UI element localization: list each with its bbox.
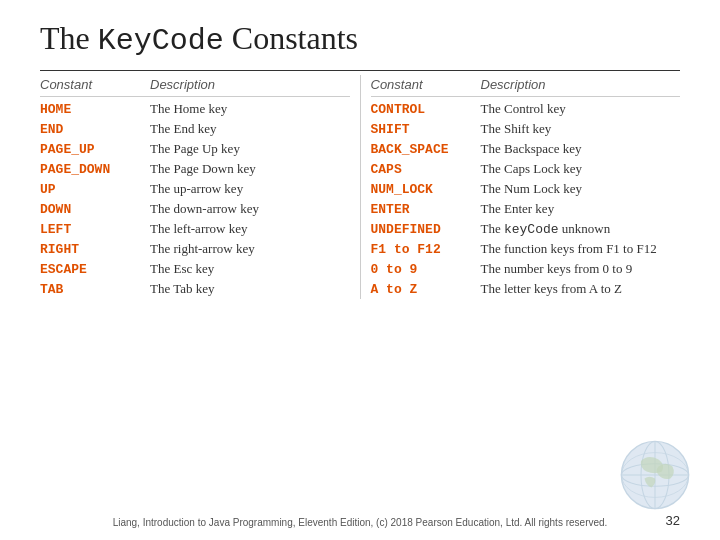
table-row: ENTER The Enter key bbox=[371, 199, 681, 219]
constant-name: HOME bbox=[40, 102, 150, 117]
description-text: The up-arrow key bbox=[150, 181, 350, 197]
right-header-constant: Constant bbox=[371, 77, 481, 92]
right-header-description: Description bbox=[481, 77, 681, 92]
table-row: 0 to 9 The number keys from 0 to 9 bbox=[371, 259, 681, 279]
description-text: The Num Lock key bbox=[481, 181, 681, 197]
table-row: PAGE_DOWN The Page Down key bbox=[40, 159, 350, 179]
constant-name: PAGE_UP bbox=[40, 142, 150, 157]
left-col-group: Constant Description HOME The Home key E… bbox=[40, 75, 360, 299]
constant-name: ENTER bbox=[371, 202, 481, 217]
constant-name: BACK_SPACE bbox=[371, 142, 481, 157]
description-text: The Tab key bbox=[150, 281, 350, 297]
constant-name: CAPS bbox=[371, 162, 481, 177]
description-text: The function keys from F1 to F12 bbox=[481, 241, 681, 257]
description-text: The Esc key bbox=[150, 261, 350, 277]
description-text: The Backspace key bbox=[481, 141, 681, 157]
constant-name: END bbox=[40, 122, 150, 137]
constant-name: CONTROL bbox=[371, 102, 481, 117]
table-row: UP The up-arrow key bbox=[40, 179, 350, 199]
table-row: ESCAPE The Esc key bbox=[40, 259, 350, 279]
table-row: F1 to F12 The function keys from F1 to F… bbox=[371, 239, 681, 259]
right-table-header: Constant Description bbox=[371, 75, 681, 97]
constant-name: F1 to F12 bbox=[371, 242, 481, 257]
description-text: The right-arrow key bbox=[150, 241, 350, 257]
left-table-body: HOME The Home key END The End key PAGE_U… bbox=[40, 99, 350, 299]
description-text: The End key bbox=[150, 121, 350, 137]
table-row: DOWN The down-arrow key bbox=[40, 199, 350, 219]
divider bbox=[40, 70, 680, 71]
constant-name: DOWN bbox=[40, 202, 150, 217]
table-row: CONTROL The Control key bbox=[371, 99, 681, 119]
constant-name: RIGHT bbox=[40, 242, 150, 257]
description-text: The Page Down key bbox=[150, 161, 350, 177]
constant-name: 0 to 9 bbox=[371, 262, 481, 277]
constant-name: UNDEFINED bbox=[371, 222, 481, 237]
slide: The KeyCode Constants Constant Descripti… bbox=[0, 0, 720, 540]
globe-decoration bbox=[620, 440, 690, 510]
left-table-header: Constant Description bbox=[40, 75, 350, 97]
right-col-group: Constant Description CONTROL The Control… bbox=[360, 75, 681, 299]
description-text: The Caps Lock key bbox=[481, 161, 681, 177]
description-text: The left-arrow key bbox=[150, 221, 350, 237]
description-text: The Shift key bbox=[481, 121, 681, 137]
table-row: UNDEFINED The keyCode unknown bbox=[371, 219, 681, 239]
constant-name: PAGE_DOWN bbox=[40, 162, 150, 177]
table-row: TAB The Tab key bbox=[40, 279, 350, 299]
table-row: LEFT The left-arrow key bbox=[40, 219, 350, 239]
left-header-description: Description bbox=[150, 77, 350, 92]
page-number: 32 bbox=[666, 513, 680, 528]
description-text: The Control key bbox=[481, 101, 681, 117]
constant-name: NUM_LOCK bbox=[371, 182, 481, 197]
page-title: The KeyCode Constants bbox=[40, 20, 680, 58]
footer-text: Liang, Introduction to Java Programming,… bbox=[0, 517, 720, 528]
constant-name: UP bbox=[40, 182, 150, 197]
description-text: The down-arrow key bbox=[150, 201, 350, 217]
description-text: The Enter key bbox=[481, 201, 681, 217]
table-row: BACK_SPACE The Backspace key bbox=[371, 139, 681, 159]
table-row: PAGE_UP The Page Up key bbox=[40, 139, 350, 159]
table-row: CAPS The Caps Lock key bbox=[371, 159, 681, 179]
description-text: The letter keys from A to Z bbox=[481, 281, 681, 297]
description-text: The Page Up key bbox=[150, 141, 350, 157]
constant-name: LEFT bbox=[40, 222, 150, 237]
constant-name: A to Z bbox=[371, 282, 481, 297]
table-row: RIGHT The right-arrow key bbox=[40, 239, 350, 259]
table-row: NUM_LOCK The Num Lock key bbox=[371, 179, 681, 199]
constant-name: TAB bbox=[40, 282, 150, 297]
table-row: SHIFT The Shift key bbox=[371, 119, 681, 139]
main-table: Constant Description HOME The Home key E… bbox=[40, 75, 680, 299]
description-text: The Home key bbox=[150, 101, 350, 117]
right-table-body: CONTROL The Control key SHIFT The Shift … bbox=[371, 99, 681, 299]
table-row: HOME The Home key bbox=[40, 99, 350, 119]
description-text: The number keys from 0 to 9 bbox=[481, 261, 681, 277]
constant-name: ESCAPE bbox=[40, 262, 150, 277]
description-text: The keyCode unknown bbox=[481, 221, 681, 237]
code-inline: keyCode bbox=[504, 222, 559, 237]
table-row: END The End key bbox=[40, 119, 350, 139]
table-row: A to Z The letter keys from A to Z bbox=[371, 279, 681, 299]
left-header-constant: Constant bbox=[40, 77, 150, 92]
constant-name: SHIFT bbox=[371, 122, 481, 137]
